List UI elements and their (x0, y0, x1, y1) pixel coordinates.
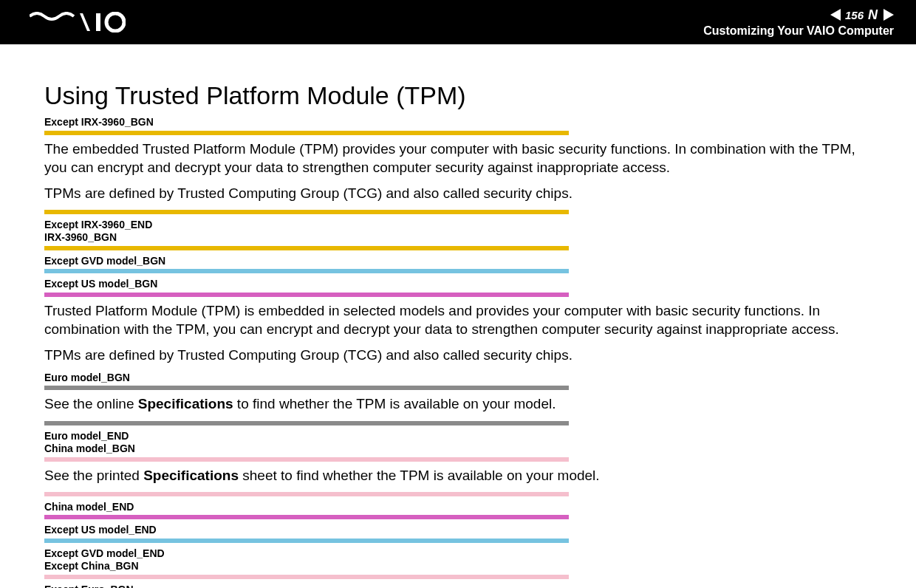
text-post: to find whether the TPM is available on … (233, 396, 556, 411)
rule-blue (44, 269, 569, 273)
rule-yellow (44, 210, 569, 214)
tag-except-gvd-end: Except GVD model_END (44, 547, 872, 561)
para-intro-2: TPMs are defined by Trusted Computing Gr… (44, 184, 872, 202)
para-spec-printed: See the printed Specifications sheet to … (44, 466, 872, 485)
text-bold: Specifications (138, 396, 233, 411)
para-body-2: TPMs are defined by Trusted Computing Gr… (44, 346, 872, 364)
tag-except-irx-bgn: Except IRX-3960_BGN (44, 116, 872, 129)
text-bold: Specifications (143, 468, 239, 483)
document-header: 156 N Customizing Your VAIO Computer (0, 0, 916, 44)
rule-pink (44, 457, 569, 462)
page-title: Using Trusted Platform Module (TPM) (44, 81, 872, 110)
para-body-1: Trusted Platform Module (TPM) is embedde… (44, 301, 872, 338)
rule-grey (44, 421, 569, 425)
svg-point-1 (106, 13, 124, 31)
nav-next-icon[interactable] (883, 9, 894, 21)
vaio-logo-svg (30, 12, 126, 33)
rule-magenta (44, 515, 569, 519)
tag-euro-end: Euro model_END (44, 430, 872, 443)
rule-grey (44, 386, 569, 390)
para-intro-1: The embedded Trusted Platform Module (TP… (44, 140, 872, 177)
tag-except-irx-end: Except IRX-3960_END (44, 219, 872, 232)
svg-rect-0 (96, 13, 100, 31)
page-content: Using Trusted Platform Module (TPM) Exce… (0, 44, 916, 588)
tag-china-end: China model_END (44, 501, 872, 514)
rule-pink (44, 575, 569, 579)
tag-euro-bgn: Euro model_BGN (44, 372, 872, 385)
tag-irx-bgn: IRX-3960_BGN (44, 231, 872, 245)
text-pre: See the printed (44, 468, 143, 483)
rule-magenta (44, 293, 569, 297)
header-right: 156 N Customizing Your VAIO Computer (703, 7, 894, 38)
tag-except-us-bgn: Except US model_BGN (44, 278, 872, 291)
para-spec-online: See the online Specifications to find wh… (44, 394, 872, 413)
text-post: sheet to find whether the TPM is availab… (239, 468, 600, 483)
text-pre: See the online (44, 396, 138, 411)
tag-china-bgn: China model_BGN (44, 442, 872, 456)
tag-except-gvd-bgn: Except GVD model_BGN (44, 255, 872, 268)
section-title: Customizing Your VAIO Computer (703, 24, 894, 38)
rule-yellow (44, 131, 569, 135)
rule-pink (44, 492, 569, 496)
page-number: 156 (845, 9, 864, 21)
tag-except-china-bgn: Except China_BGN (44, 560, 872, 573)
rule-yellow (44, 246, 569, 250)
nav-N: N (868, 7, 879, 23)
page-nav: 156 N (703, 7, 894, 23)
rule-blue (44, 539, 569, 543)
nav-prev-icon[interactable] (830, 9, 841, 21)
tag-except-euro-bgn: Except Euro_BGN (44, 584, 872, 588)
vaio-logo (30, 12, 126, 33)
tag-except-us-end: Except US model_END (44, 524, 872, 537)
